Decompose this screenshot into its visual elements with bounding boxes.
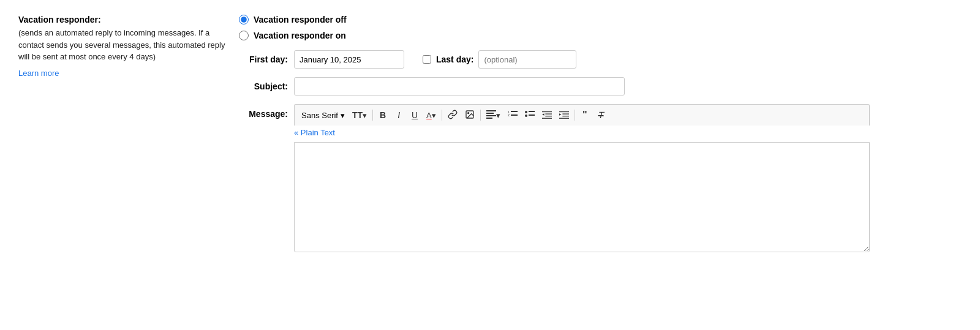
numbered-list-icon: 1. 2. <box>508 110 518 121</box>
remove-format-button[interactable]: T̶ <box>594 107 608 123</box>
message-toolbar: Sans Serif ▾ TT ▾ B I <box>294 104 870 126</box>
font-size-icon: TT <box>352 110 363 120</box>
section-description: (sends an automated reply to incoming me… <box>18 27 227 63</box>
learn-more-link[interactable]: Learn more <box>18 69 59 78</box>
first-day-input[interactable] <box>294 50 404 69</box>
remove-format-icon: T̶ <box>598 110 603 120</box>
svg-rect-9 <box>511 114 518 116</box>
font-size-button[interactable]: TT ▾ <box>349 107 370 123</box>
left-description-panel: Vacation responder: (sends an automated … <box>18 12 227 254</box>
svg-point-10 <box>525 111 527 113</box>
blockquote-button[interactable]: " <box>578 107 592 123</box>
image-icon <box>465 110 475 121</box>
last-day-checkbox[interactable] <box>423 55 431 64</box>
underline-button[interactable]: U <box>407 107 422 123</box>
svg-text:2.: 2. <box>508 113 510 117</box>
right-form-panel: Vacation responder off Vacation responde… <box>239 12 962 254</box>
svg-rect-13 <box>529 114 535 116</box>
svg-rect-11 <box>529 111 535 112</box>
first-day-label: First day: <box>239 54 288 64</box>
radio-item-on[interactable]: Vacation responder on <box>239 31 962 40</box>
align-button[interactable]: ▾ <box>483 107 503 123</box>
font-family-label: Sans Serif <box>301 111 338 120</box>
indent-decrease-icon <box>542 110 552 121</box>
subject-input[interactable] <box>294 77 625 96</box>
radio-on-label[interactable]: Vacation responder on <box>254 31 346 40</box>
radio-off-label[interactable]: Vacation responder off <box>254 15 347 24</box>
italic-icon: I <box>398 110 400 120</box>
font-color-icon: A <box>426 111 432 120</box>
indent-increase-icon <box>559 110 569 121</box>
vacation-responder-section: Vacation responder: (sends an automated … <box>18 12 962 254</box>
svg-point-1 <box>467 112 469 113</box>
italic-button[interactable]: I <box>391 107 406 123</box>
align-chevron: ▾ <box>496 111 500 120</box>
font-size-chevron: ▾ <box>363 111 367 120</box>
section-title: Vacation responder: <box>18 15 227 24</box>
svg-rect-3 <box>486 113 494 114</box>
last-day-label[interactable]: Last day: <box>436 54 473 64</box>
divider-1 <box>372 110 373 121</box>
align-icon <box>486 110 496 121</box>
image-button[interactable] <box>462 107 478 123</box>
bold-button[interactable]: B <box>375 107 390 123</box>
last-day-wrapper: Last day: <box>423 50 576 69</box>
indent-increase-button[interactable] <box>556 107 572 123</box>
svg-rect-2 <box>486 110 496 111</box>
bold-icon: B <box>380 110 386 120</box>
underline-icon: U <box>412 110 418 120</box>
link-icon <box>448 110 458 121</box>
bullet-list-button[interactable] <box>522 107 538 123</box>
svg-rect-5 <box>486 118 492 119</box>
date-row: First day: Last day: <box>239 50 962 69</box>
svg-rect-7 <box>511 111 518 112</box>
link-button[interactable] <box>445 107 461 123</box>
message-section: Message: Sans Serif ▾ TT ▾ <box>239 104 962 254</box>
svg-rect-4 <box>486 115 496 116</box>
message-label: Message: <box>239 104 288 119</box>
font-family-chevron: ▾ <box>341 111 345 120</box>
radio-on[interactable] <box>239 31 249 40</box>
radio-off[interactable] <box>239 15 249 24</box>
radio-group: Vacation responder off Vacation responde… <box>239 15 962 40</box>
divider-2 <box>442 110 442 121</box>
message-editor-container: Sans Serif ▾ TT ▾ B I <box>294 104 870 254</box>
indent-decrease-button[interactable] <box>539 107 555 123</box>
divider-3 <box>480 110 481 121</box>
radio-item-off[interactable]: Vacation responder off <box>239 15 962 24</box>
subject-label: Subject: <box>239 81 288 91</box>
last-day-input[interactable] <box>478 50 576 69</box>
bullet-list-icon <box>525 110 535 121</box>
font-family-button[interactable]: Sans Serif ▾ <box>298 107 348 123</box>
numbered-list-button[interactable]: 1. 2. <box>505 107 521 123</box>
blockquote-icon: " <box>582 110 587 120</box>
message-textarea[interactable] <box>294 142 870 252</box>
divider-4 <box>575 110 575 121</box>
subject-row: Subject: <box>239 77 962 96</box>
plain-text-link[interactable]: « Plain Text <box>294 126 870 140</box>
font-color-button[interactable]: A ▾ <box>423 107 439 123</box>
svg-point-12 <box>525 114 527 117</box>
font-color-chevron: ▾ <box>432 111 436 120</box>
